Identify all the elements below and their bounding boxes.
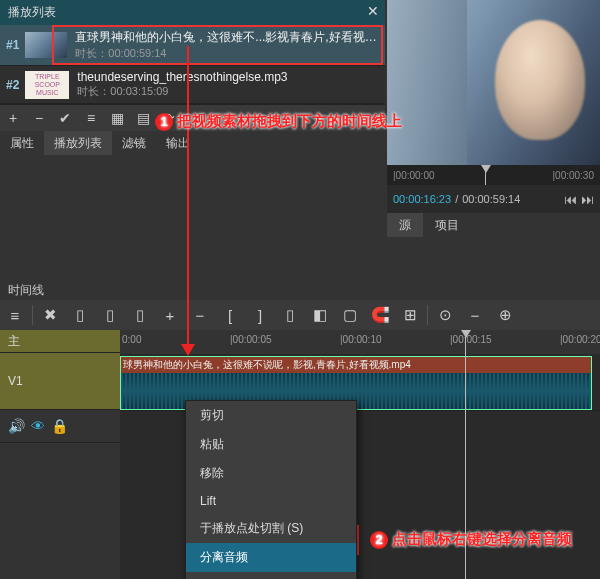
- playlist-index: #1: [6, 38, 19, 52]
- tab-source[interactable]: 源: [387, 213, 423, 237]
- playlist-tabbar: 属性 播放列表 滤镜 输出: [0, 131, 385, 155]
- zoom-fit-icon[interactable]: −: [460, 300, 490, 330]
- ripple-icon[interactable]: ⊞: [395, 300, 425, 330]
- thumbnail-video: [25, 32, 67, 58]
- tab-project[interactable]: 项目: [423, 213, 471, 237]
- annotation-2-text: 点击鼠标右键选择分离音频: [392, 530, 572, 547]
- magnet-icon[interactable]: 🧲: [365, 300, 395, 330]
- lock-icon[interactable]: 🔒: [51, 418, 68, 434]
- track-controls: 🔊 👁 🔒: [0, 410, 120, 443]
- master-label: 主: [8, 333, 112, 350]
- video-preview[interactable]: [387, 0, 600, 165]
- ctx-detach-audio[interactable]: 分离音频: [186, 543, 356, 572]
- grid-button[interactable]: ▦: [104, 105, 130, 131]
- close-icon[interactable]: ✕: [367, 3, 379, 19]
- copy-icon[interactable]: ▯: [65, 300, 95, 330]
- ruler-tick: |00:00:30: [552, 170, 594, 181]
- preview-tabs: 源 项目: [387, 213, 600, 237]
- split-icon[interactable]: ▯: [275, 300, 305, 330]
- arrow-1-line: [187, 46, 189, 346]
- playlist-title: 播放列表: [8, 5, 56, 19]
- time-total: 00:00:59:14: [462, 193, 520, 205]
- playlist-item-title: theundeserving_theresnothingelse.mp3: [77, 70, 379, 84]
- zoom-out-icon[interactable]: ⊙: [430, 300, 460, 330]
- ctx-paste[interactable]: 粘贴: [186, 430, 356, 459]
- playlist-body: #1 直球男神和他的小白兔，这很难不...影视青春片,好看视频.mp4 时长：0…: [0, 25, 385, 104]
- ctx-cut[interactable]: 剪切: [186, 401, 356, 430]
- add-icon[interactable]: +: [155, 300, 185, 330]
- track-header-v1[interactable]: V1: [0, 353, 120, 410]
- mark-out-icon[interactable]: ]: [245, 300, 275, 330]
- tool-a-icon[interactable]: ◧: [305, 300, 335, 330]
- check-button[interactable]: ✔: [52, 105, 78, 131]
- playlist-item[interactable]: #1 直球男神和他的小白兔，这很难不...影视青春片,好看视频.mp4 时长：0…: [0, 25, 385, 66]
- playlist-item-duration: 时长：00:00:59:14: [75, 46, 379, 61]
- playlist-item-title: 直球男神和他的小白兔，这很难不...影视青春片,好看视频.mp4: [75, 29, 379, 46]
- tab-playlist[interactable]: 播放列表: [44, 131, 112, 155]
- preview-ruler[interactable]: |00:00:00 |00:00:30: [387, 165, 600, 185]
- arrow-1-head-icon: [181, 344, 195, 356]
- skip-prev-icon[interactable]: ⏮: [564, 192, 577, 207]
- ruler-tick: 0:00: [122, 334, 141, 345]
- timeline-toolbar: ≡ ✖ ▯ ▯ ▯ + − [ ] ▯ ◧ ▢ 🧲 ⊞ ⊙ − ⊕: [0, 300, 600, 330]
- track-headers: 主 V1 🔊 👁 🔒: [0, 330, 120, 579]
- annotation-2: 2点击鼠标右键选择分离音频: [370, 530, 572, 549]
- ctx-rebuild-wave[interactable]: 重建音频波形: [186, 572, 356, 579]
- speaker-icon[interactable]: 🔊: [8, 418, 25, 434]
- context-menu: 剪切 粘贴 移除 Lift 于播放点处切割 (S) 分离音频 重建音频波形 属性: [185, 400, 357, 579]
- ctx-remove[interactable]: 移除: [186, 459, 356, 488]
- clip-label: 球男神和他的小白兔，这很难不说呢，影视,青春片,好看视频.mp4: [121, 357, 591, 373]
- ruler-tick: |00:00:05: [230, 334, 272, 345]
- tab-output[interactable]: 输出: [156, 131, 200, 155]
- master-track-header[interactable]: 主: [0, 330, 120, 353]
- remove-button[interactable]: −: [26, 105, 52, 131]
- playlist-header: 播放列表 ✕: [0, 0, 385, 25]
- paste-icon[interactable]: ▯: [95, 300, 125, 330]
- timeline-title: 时间线: [8, 283, 44, 297]
- preview-panel: |00:00:00 |00:00:30 00:00:16:23 / 00:00:…: [387, 0, 600, 237]
- list-button[interactable]: ≡: [78, 105, 104, 131]
- track-label: V1: [8, 374, 112, 388]
- snap-icon[interactable]: ▢: [335, 300, 365, 330]
- annotation-1-text: 把视频素材拖拽到下方的时间线上: [177, 112, 402, 129]
- add-button[interactable]: +: [0, 105, 26, 131]
- ctx-lift[interactable]: Lift: [186, 488, 356, 514]
- menu-icon[interactable]: ≡: [0, 300, 30, 330]
- eye-icon[interactable]: 👁: [31, 418, 45, 434]
- skip-next-icon[interactable]: ⏭: [581, 192, 594, 207]
- annotation-badge-1: 1: [155, 113, 173, 131]
- ruler-tick: |00:00:00: [393, 170, 435, 181]
- annotation-badge-2: 2: [370, 531, 388, 549]
- mark-in-icon[interactable]: [: [215, 300, 245, 330]
- thumbnail-audio: TRIPLE SCOOP MUSIC: [25, 71, 69, 99]
- preview-playhead[interactable]: [485, 165, 486, 185]
- remove-icon[interactable]: −: [185, 300, 215, 330]
- playlist-item-duration: 时长：00:03:15:09: [77, 84, 379, 99]
- ruler-tick: |00:00:10: [340, 334, 382, 345]
- tab-filters[interactable]: 滤镜: [112, 131, 156, 155]
- annotation-1: 1把视频素材拖拽到下方的时间线上: [155, 112, 402, 131]
- tab-properties[interactable]: 属性: [0, 131, 44, 155]
- transport-bar: 00:00:16:23 / 00:00:59:14 ⏮ ⏭: [387, 185, 600, 213]
- zoom-in-icon[interactable]: ⊕: [490, 300, 520, 330]
- paste2-icon[interactable]: ▯: [125, 300, 155, 330]
- ruler-tick: |00:00:20: [560, 334, 600, 345]
- ctx-split[interactable]: 于播放点处切割 (S): [186, 514, 356, 543]
- detail-button[interactable]: ▤: [130, 105, 156, 131]
- playlist-panel: 播放列表 ✕ #1 直球男神和他的小白兔，这很难不...影视青春片,好看视频.m…: [0, 0, 385, 155]
- playlist-item[interactable]: #2 TRIPLE SCOOP MUSIC theundeserving_the…: [0, 66, 385, 104]
- cut-icon[interactable]: ✖: [35, 300, 65, 330]
- time-current: 00:00:16:23: [393, 193, 451, 205]
- playlist-index: #2: [6, 78, 19, 92]
